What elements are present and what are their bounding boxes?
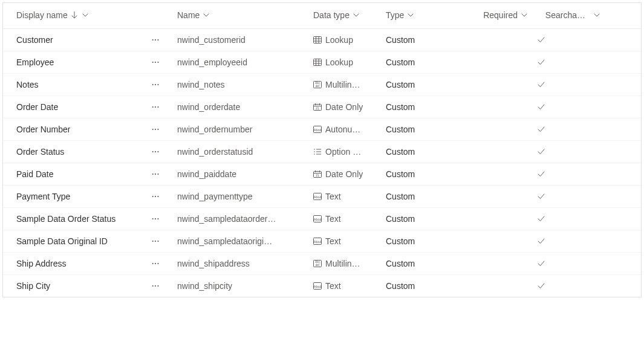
text-icon: Abcd — [313, 193, 322, 200]
row-actions-button[interactable]: ··· — [139, 102, 172, 112]
more-icon: ··· — [152, 126, 160, 133]
svg-rect-5 — [314, 59, 322, 66]
cell-searchable — [532, 259, 605, 268]
check-icon — [537, 59, 545, 66]
table-row[interactable]: Notes···nwind_notesAbcdefMultilin…Custom — [3, 74, 641, 96]
cell-datatype: AbcdefMultilin… — [308, 80, 381, 89]
row-actions-button[interactable]: ··· — [139, 57, 172, 67]
svg-text:Abcd: Abcd — [314, 218, 322, 221]
cell-name: nwind_sampledataorder… — [172, 214, 308, 224]
row-actions-button[interactable]: ··· — [139, 259, 172, 268]
more-icon: ··· — [152, 260, 160, 267]
table-row[interactable]: Employee···nwind_employeeidLookupCustom — [3, 51, 641, 74]
row-actions-button[interactable]: ··· — [139, 236, 172, 246]
row-actions-button[interactable]: ··· — [139, 80, 172, 89]
row-actions-button[interactable]: ··· — [139, 147, 172, 157]
row-actions-button[interactable]: ··· — [139, 169, 172, 179]
svg-point-24 — [314, 154, 315, 155]
check-icon — [537, 170, 545, 178]
cell-type: Custom — [381, 259, 460, 268]
cell-type: Custom — [381, 102, 460, 112]
cell-required — [460, 281, 532, 291]
date-icon: 21 — [313, 103, 322, 111]
column-header-label: Required — [483, 10, 518, 20]
cell-required — [460, 259, 532, 268]
check-icon — [537, 282, 545, 290]
more-icon: ··· — [152, 238, 160, 245]
cell-searchable — [532, 236, 605, 246]
cell-name: nwind_shipcity — [172, 281, 308, 291]
more-icon: ··· — [152, 170, 160, 178]
cell-type: Custom — [381, 57, 460, 67]
table-row[interactable]: Paid Date···nwind_paiddate21Date OnlyCus… — [3, 163, 641, 186]
table-row[interactable]: Order Number···nwind_ordernumberAbcdAuto… — [3, 118, 641, 141]
svg-text:Abcd: Abcd — [314, 128, 322, 132]
cell-type: Custom — [381, 214, 460, 224]
more-icon: ··· — [152, 103, 160, 111]
column-header-display-name[interactable]: Display name — [3, 10, 139, 20]
text-icon: Abcd — [313, 282, 322, 290]
cell-datatype: 21Date Only — [308, 169, 381, 179]
column-header-required[interactable]: Required — [460, 10, 532, 20]
row-actions-button[interactable]: ··· — [139, 281, 172, 291]
table-row[interactable]: Payment Type···nwind_paymenttypeAbcdText… — [3, 186, 641, 208]
chevron-down-icon — [594, 13, 600, 17]
cell-searchable — [532, 147, 605, 157]
cell-datatype: AbcdefMultilin… — [308, 259, 381, 268]
cell-type: Custom — [381, 147, 460, 157]
text-icon: Abcd — [313, 215, 322, 222]
table-row[interactable]: Sample Data Order Status···nwind_sampled… — [3, 208, 641, 230]
svg-text:Abcd: Abcd — [314, 240, 322, 244]
column-header-type[interactable]: Type — [381, 10, 460, 20]
column-header-searchable[interactable]: Searcha… — [532, 10, 605, 20]
cell-datatype: AbcdText — [308, 236, 381, 246]
optionset-icon — [313, 148, 322, 155]
cell-type: Custom — [381, 281, 460, 291]
cell-name: nwind_paiddate — [172, 169, 308, 179]
check-icon — [537, 36, 545, 44]
sort-down-icon — [71, 11, 77, 19]
svg-text:Abcd: Abcd — [314, 195, 322, 199]
cell-datatype: Lookup — [308, 35, 381, 45]
cell-name: nwind_paymenttype — [172, 192, 308, 201]
cell-datatype: AbcdText — [308, 281, 381, 291]
table-row[interactable]: Ship Address···nwind_shipaddressAbcdefMu… — [3, 253, 641, 275]
column-header-label: Name — [177, 10, 200, 20]
cell-display-name: Paid Date — [3, 169, 139, 179]
table-row[interactable]: Order Date···nwind_orderdate21Date OnlyC… — [3, 96, 641, 118]
cell-datatype: AbcdText — [308, 214, 381, 224]
check-icon — [537, 238, 545, 245]
check-icon — [537, 260, 545, 267]
row-actions-button[interactable]: ··· — [139, 125, 172, 134]
row-actions-button[interactable]: ··· — [139, 35, 172, 45]
cell-type: Custom — [381, 169, 460, 179]
cell-required — [460, 214, 532, 224]
cell-name: nwind_orderdate — [172, 102, 308, 112]
more-icon: ··· — [152, 81, 160, 88]
cell-type: Custom — [381, 125, 460, 134]
chevron-down-icon — [521, 13, 527, 17]
svg-text:def: def — [316, 85, 320, 88]
cell-display-name: Order Number — [3, 125, 139, 134]
column-header-name[interactable]: Name — [172, 10, 308, 20]
date-icon: 21 — [313, 170, 322, 178]
cell-searchable — [532, 281, 605, 291]
chevron-down-icon — [82, 13, 88, 17]
table-row[interactable]: Ship City···nwind_shipcityAbcdTextCustom — [3, 275, 641, 297]
table-row[interactable]: Customer···nwind_customeridLookupCustom — [3, 29, 641, 51]
row-actions-button[interactable]: ··· — [139, 192, 172, 201]
table-row[interactable]: Order Status···nwind_orderstatusidOption… — [3, 141, 641, 163]
cell-required — [460, 35, 532, 45]
table-row[interactable]: Sample Data Original ID···nwind_sampleda… — [3, 230, 641, 253]
check-icon — [537, 148, 545, 155]
more-icon: ··· — [152, 193, 160, 200]
row-actions-button[interactable]: ··· — [139, 214, 172, 224]
cell-name: nwind_customerid — [172, 35, 308, 45]
cell-datatype: Lookup — [308, 57, 381, 67]
cell-required — [460, 236, 532, 246]
column-header-datatype[interactable]: Data type — [308, 10, 381, 20]
cell-name: nwind_shipaddress — [172, 259, 308, 268]
cell-searchable — [532, 214, 605, 224]
svg-point-22 — [314, 151, 315, 152]
svg-text:21: 21 — [316, 106, 319, 110]
